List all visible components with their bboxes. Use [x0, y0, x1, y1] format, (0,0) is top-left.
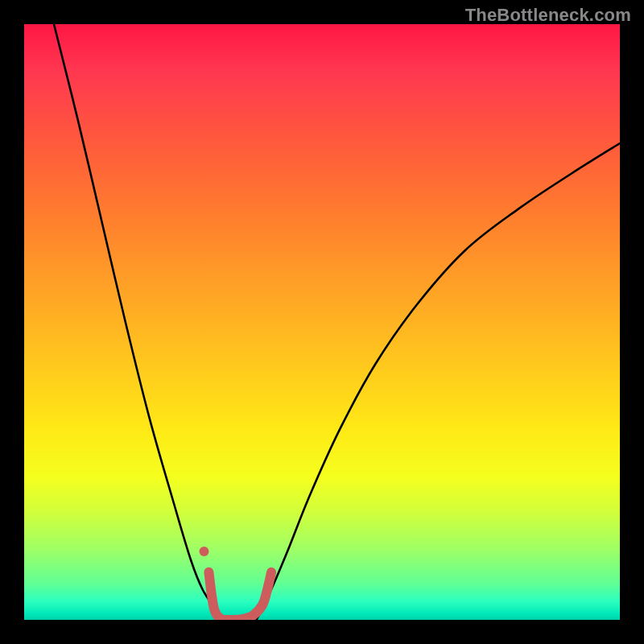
chart-svg: [24, 24, 620, 620]
watermark-text: TheBottleneck.com: [465, 5, 631, 26]
curve-bottom-highlight: [208, 572, 271, 620]
chart-plot-area: [24, 24, 620, 620]
highlight-dot: [199, 547, 208, 556]
curve-right-branch: [257, 143, 620, 620]
curve-left-branch: [54, 24, 221, 620]
